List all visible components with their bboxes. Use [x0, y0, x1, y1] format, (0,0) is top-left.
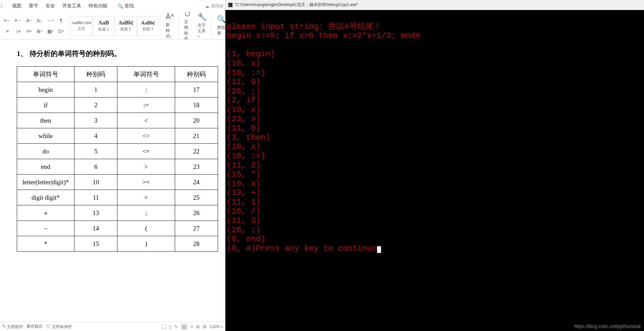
table-cell: while: [17, 128, 74, 144]
font-style-icon[interactable]: A▾: [24, 16, 34, 25]
table-cell: do: [17, 144, 74, 159]
style-heading3[interactable]: AaBb( 标题 3: [137, 16, 159, 36]
document-area[interactable]: 1、 待分析的单词符号的种别码。 单词符号 种别码 单词符号 种别码 begin…: [0, 40, 225, 322]
watermark: https://blog.csdn.net/pythonstrat: [574, 324, 641, 329]
styles-group: AaBbCcDc 正文 AaB 标题 1 AaBb( 标题 2 AaBb( 标题…: [69, 13, 160, 38]
table-cell: 11: [74, 190, 117, 205]
table-cell: 4: [74, 128, 117, 144]
style-tools-group: Āᴬ 新样式▾: [161, 13, 179, 38]
menu-item-features[interactable]: 特色功能: [89, 3, 107, 9]
web-view-icon[interactable]: ⊕: [196, 324, 200, 329]
indent-icon[interactable]: ≡→: [13, 16, 23, 25]
table-cell: if: [17, 97, 74, 113]
style-label: 标题 1: [98, 27, 109, 32]
menu-item-devtools[interactable]: 开发工具: [62, 3, 81, 9]
style-normal[interactable]: AaBbCcDc 正文: [71, 16, 92, 36]
console-line: (10, x): [227, 59, 643, 68]
table-row: begin1:17: [17, 82, 218, 97]
outline-view-icon[interactable]: ≡: [191, 324, 193, 329]
find-replace-button[interactable]: 🔍 查找替: [215, 14, 225, 37]
proof-button[interactable]: ✎ 文档校对: [2, 324, 23, 330]
table-cell: then: [17, 113, 74, 128]
doc-tools-group: 🗋 文档助手 🔧 文字工具▾: [179, 13, 212, 38]
style-label: 标题 3: [143, 26, 153, 31]
doc-helper-icon: 🗋: [184, 12, 192, 18]
heading-text: 待分析的单词符号的种别码。: [30, 49, 121, 58]
th-code1: 种别码: [74, 67, 117, 82]
table-cell: 10: [74, 175, 117, 190]
edit-view-icon[interactable]: ✎: [174, 324, 178, 329]
ribbon-toolbar: ≡← ≡→ A▾ A↓ ≡ ↕≡ ⁝≡▾ ⊞▾ ↔▾ ¶ ▦▾ ⊡▾: [0, 12, 225, 40]
table-cell: 17: [175, 82, 218, 97]
doc-helper-button[interactable]: 🗋 文档助手: [182, 12, 194, 40]
proof-icon: ✎: [2, 324, 6, 329]
console-pane: C:\ "C:\Users\huangdonglin\Desktop\C语言，编…: [225, 0, 644, 331]
sync-status[interactable]: ☁ 未同步: [205, 3, 225, 9]
table-cell: 15: [74, 236, 117, 252]
outdent-icon[interactable]: ≡←: [3, 16, 12, 25]
table-row: while4<>21: [17, 128, 218, 144]
align-left-icon[interactable]: ≡: [3, 26, 12, 36]
console-line: (18, :=): [227, 68, 643, 78]
settings-icon[interactable]: ⚙: [203, 324, 207, 329]
borders-icon[interactable]: ⊞▾: [35, 26, 44, 36]
table-cell: ;: [117, 205, 175, 221]
console-line: (10, x): [227, 179, 643, 189]
console-line: begin x:=9; if x>0 then x:=2*x+1/3; end#: [227, 31, 643, 41]
table-cell: 13: [74, 205, 117, 221]
text-tools-button[interactable]: 🔧 文字工具▾: [196, 12, 209, 39]
bullets-icon[interactable]: ⁝≡▾: [24, 26, 34, 36]
table-cell: letter(letter|digit)*: [17, 175, 74, 190]
new-style-button[interactable]: Āᴬ 新样式▾: [164, 12, 176, 40]
line-spacing-icon[interactable]: ↕≡: [13, 26, 23, 36]
table-row: if2:=18: [17, 97, 218, 113]
table-cell: 6: [74, 159, 117, 175]
menu-bar: 〕 视图 章节 安全 开发工具 特色功能 🔍 查找 ☁ 未同步: [0, 0, 225, 12]
console-line: (11, 1): [227, 198, 643, 207]
console-line: (1, begin): [227, 50, 643, 59]
table-cell: 2: [74, 97, 117, 113]
shading-icon[interactable]: ▦▾: [46, 26, 55, 36]
menu-item-view[interactable]: 视图: [12, 3, 21, 9]
table-cell: ): [117, 236, 175, 252]
doc-heading: 1、 待分析的单词符号的种别码。: [17, 49, 215, 58]
menu-item-chapter[interactable]: 章节: [29, 3, 38, 9]
para-mark-icon[interactable]: ¶: [56, 16, 66, 25]
style-heading1[interactable]: AaB 标题 1: [93, 16, 114, 36]
console-line: (13, +): [227, 188, 643, 198]
console-line: (11, 2): [227, 161, 643, 170]
spacing-icon[interactable]: ↔▾: [46, 16, 55, 25]
console-line: (11, 0): [227, 124, 643, 133]
page-view-icon[interactable]: ▤: [181, 323, 188, 330]
table-row: －14(27: [17, 221, 218, 236]
reading-view-icon[interactable]: ▯: [169, 324, 171, 329]
zoom-level[interactable]: 110% ▾: [210, 324, 223, 329]
table-row: letter(letter|digit)*10>=24: [17, 175, 218, 190]
menu-item-cut[interactable]: 〕: [0, 3, 5, 9]
style-preview: AaB: [98, 19, 109, 26]
svg-text:C:\: C:\: [229, 3, 233, 7]
table-row: then3<20: [17, 113, 218, 128]
th-symbol2: 单词符号: [117, 67, 175, 82]
sync-label: 未同步: [211, 3, 224, 9]
protect-button[interactable]: 🛡 文档未保护: [46, 324, 72, 330]
table-cell: 27: [175, 221, 218, 236]
find-label: 查找替: [217, 25, 225, 36]
cloud-icon: ☁: [205, 4, 209, 9]
table-cell: :: [117, 82, 175, 97]
tabs-icon[interactable]: ⊡▾: [56, 26, 66, 36]
sort-icon[interactable]: A↓: [35, 16, 44, 25]
search-group[interactable]: 🔍 查找: [117, 3, 134, 9]
console-line: (11, 3): [227, 216, 643, 225]
table-cell: 1: [74, 82, 117, 97]
table-cell: digit digit*: [17, 190, 74, 205]
console-output[interactable]: please input string: 并以#号结尾！begin x:=9; …: [225, 10, 644, 331]
console-titlebar[interactable]: C:\ "C:\Users\huangdonglin\Desktop\C语言，编…: [225, 0, 644, 10]
console-line: (18, :=): [227, 151, 643, 161]
status-bar: ✎ 文档校对 兼容模式 🛡 文档未保护 ⛶ ▯ ✎ ▤ ≡ ⊕ ⚙ 110% ▾: [0, 322, 225, 331]
menu-item-security[interactable]: 安全: [46, 3, 55, 9]
fullscreen-icon[interactable]: ⛶: [161, 324, 166, 329]
style-heading2[interactable]: AaBb( 标题 2: [115, 16, 137, 36]
table-cell: 5: [74, 144, 117, 159]
table-cell: <=: [117, 144, 175, 159]
